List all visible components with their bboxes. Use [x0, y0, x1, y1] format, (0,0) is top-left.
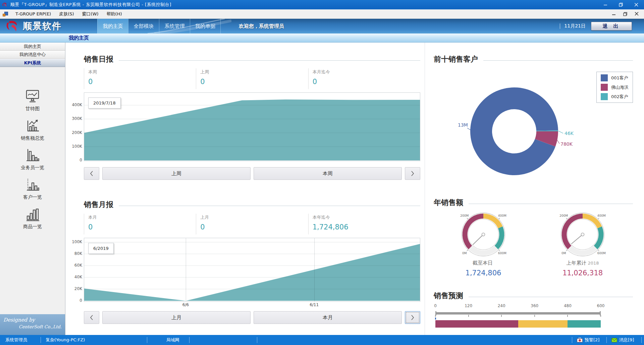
x-axis-label: 6/11 [304, 302, 324, 307]
brand-logo-icon [5, 19, 20, 33]
gauge-tick-label: 0M [462, 252, 467, 255]
x-axis-label: 6/6 [175, 302, 196, 307]
window-title: 顺景『T-GROUP』制造业ERP系统 - 东莞顺景软件科技有限公司 - [系统… [10, 2, 171, 8]
sidebar-module-salesman-overview[interactable]: 业务员一览 [0, 147, 65, 177]
sales-forecast-title: 销售预测 [434, 291, 463, 301]
chevron-left-icon [90, 171, 93, 176]
sidebar-item-kpi-system[interactable]: KPI系统 [0, 59, 65, 67]
sidebar-module-list: 甘特图 销售额总览 [0, 67, 65, 236]
sidebar-module-label: 业务员一览 [21, 165, 44, 171]
area-series [84, 244, 420, 301]
stat-this-week: 本周 0 [84, 68, 196, 89]
top-customers-title: 前十销售客户 [434, 54, 478, 64]
daily-stats-row: 本周 0 上周 0 本月迄今 0 [84, 68, 420, 89]
forecast-axis-tick [435, 315, 436, 317]
mdi-minimize-button[interactable] [610, 11, 617, 17]
monthly-this-month-button[interactable]: 本月 [254, 311, 402, 324]
statusbar-separator [257, 337, 257, 343]
forecast-bar-segment [435, 320, 518, 328]
header-tab-bar: 我的主页 全部模块 系统管理 我的单据 [97, 19, 221, 33]
stat-month-to-date: 本月迄今 0 [308, 68, 420, 89]
header-tab-my-home[interactable]: 我的主页 [97, 19, 128, 33]
sidebar-item-my-home[interactable]: 我的主页 [0, 43, 65, 51]
daily-y-axis: 0100K200K300K400K [67, 93, 82, 161]
welcome-message: 欢迎您，系统管理员 [239, 19, 284, 33]
annual-sales-section: 年销售额 0M200M400M600M 截至本日 1,724,806 0M200… [434, 198, 633, 277]
daily-next-arrow-button[interactable] [405, 167, 420, 180]
sidebar-module-customer-overview[interactable]: 客户一览 [0, 177, 65, 206]
daily-sales-section: 销售日报 本周 0 上周 0 本月迄今 0 0100K200K300K400K … [84, 54, 420, 180]
mdi-restore-button[interactable] [622, 11, 629, 17]
gauge-tick-label: 400M [498, 214, 506, 217]
sales-forecast-section: 销售预测 0120240360480600 [434, 291, 633, 329]
forecast-axis-tick [468, 315, 469, 317]
forecast-axis-tick [600, 315, 601, 317]
gauge-today-chart: 0M200M400M600M [451, 209, 515, 259]
sidebar-module-gantt[interactable]: 甘特图 [0, 88, 65, 118]
statusbar-separator [606, 337, 607, 343]
tab-my-home[interactable]: 我的主页 [54, 33, 104, 43]
label-leader-line [558, 131, 563, 133]
gauge-tick-label: 200M [559, 214, 568, 217]
header-tab-all-modules[interactable]: 全部模块 [128, 19, 159, 33]
statusbar-alerts[interactable]: 预警[2] [577, 335, 599, 345]
area-series [84, 99, 420, 160]
gauge-tick-label: 200M [460, 214, 469, 217]
close-button[interactable] [629, 0, 644, 9]
y-axis-label: 300K [67, 116, 82, 121]
menu-skin[interactable]: 皮肤(S) [55, 9, 78, 18]
gauge-tick [566, 218, 568, 219]
daily-sales-title: 销售日报 [84, 54, 113, 64]
y-axis-label: 0 [67, 298, 82, 303]
monthly-next-arrow-button[interactable] [405, 311, 420, 324]
logout-button[interactable]: 退 出 [591, 22, 632, 30]
designed-by-panel: Designed by CenterSoft Co.,Ltd. [0, 314, 65, 335]
legend-item[interactable]: 002客户 [601, 93, 629, 100]
mdi-close-button[interactable] [633, 11, 640, 17]
window-titlebar: 顺景『T-GROUP』制造业ERP系统 - 东莞顺景软件科技有限公司 - [系统… [0, 0, 644, 9]
restore-button[interactable] [613, 0, 629, 9]
sidebar-item-message-center[interactable]: 我的消息中心 [0, 51, 65, 59]
gauge-band [463, 214, 484, 250]
mdi-window-controls [610, 11, 644, 17]
monthly-prev-arrow-button[interactable] [84, 311, 99, 324]
envelope-icon [611, 338, 617, 342]
date-separator [560, 23, 560, 29]
forecast-bar-segment [518, 320, 568, 328]
sidebar-module-product-overview[interactable]: 商品一览 [0, 206, 65, 236]
sidebar-module-sales-overview[interactable]: 销售额总览 [0, 118, 65, 147]
legend-item[interactable]: 001客户 [601, 74, 629, 81]
forecast-axis-label: 600 [593, 303, 608, 308]
menu-window[interactable]: 窗口(W) [78, 9, 103, 18]
stat-this-month: 本月 0 [84, 214, 196, 234]
menu-help[interactable]: 帮助(H) [103, 9, 126, 18]
app-logo-icon [2, 2, 8, 8]
designed-by-text: Designed by [3, 317, 62, 323]
header-tab-my-documents[interactable]: 我的单据 [190, 19, 221, 33]
y-axis-label: 0 [67, 158, 82, 162]
statusbar-messages[interactable]: 消息[9] [611, 335, 634, 345]
monthly-x-axis: 6/66/11 [84, 302, 420, 309]
gauge-needle-hub [482, 233, 485, 236]
menu-tgroup-erp[interactable]: T-GROUP ERP(E) [11, 9, 55, 18]
minimize-button[interactable] [598, 0, 613, 9]
label-leader-line [557, 140, 559, 144]
gauge-tick-label: 400M [597, 214, 606, 217]
gauge-tick [598, 250, 599, 251]
monthly-sales-chart: 020K40K60K80K100K 6/2019 [84, 238, 420, 302]
monthly-last-month-button[interactable]: 上月 [102, 311, 251, 324]
legend-swatch [601, 93, 608, 100]
gauge-today-caption: 截至本日 [473, 260, 494, 266]
daily-last-week-button[interactable]: 上周 [102, 167, 251, 180]
title-rule [119, 60, 420, 61]
top-customers-section: 前十销售客户 001客户佛山海沃002客户 13M46K780K [434, 54, 633, 195]
monthly-sales-section: 销售月报 本月 0 上月 0 本年迄今 1,724,806 020K40K60K… [84, 200, 420, 324]
legend-item[interactable]: 佛山海沃 [601, 84, 629, 91]
sidebar-module-label: 客户一览 [23, 194, 42, 200]
daily-prev-arrow-button[interactable] [84, 167, 99, 180]
forecast-stacked-bar [435, 320, 601, 328]
daily-this-week-button[interactable]: 本周 [254, 167, 402, 180]
header-tab-system-admin[interactable]: 系统管理 [159, 19, 190, 33]
statusbar-user: 系统管理员 [5, 335, 27, 345]
y-axis-label: 80K [67, 251, 82, 256]
